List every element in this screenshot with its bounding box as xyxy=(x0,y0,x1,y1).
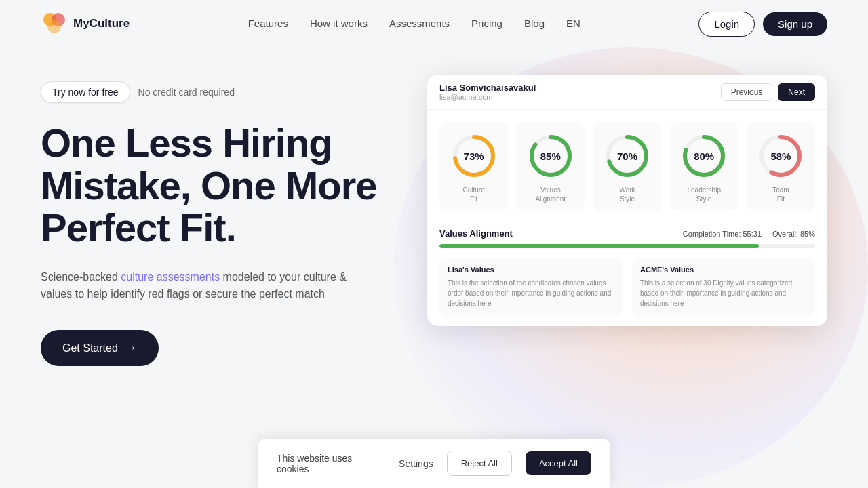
nav-features[interactable]: Features xyxy=(248,18,288,30)
values-bar-fill xyxy=(439,244,759,248)
gauge-item-4: 58% TeamFit xyxy=(747,122,815,211)
login-button[interactable]: Login xyxy=(698,12,755,37)
nav-how-it-works[interactable]: How it works xyxy=(310,18,368,30)
signup-button[interactable]: Sign up xyxy=(763,12,827,36)
gauge-item-1: 85% ValuesAlignment xyxy=(516,122,585,211)
gauge-circle-2: 70% xyxy=(603,131,652,180)
gauge-item-3: 80% LeadershipStyle xyxy=(670,122,738,211)
candidate-name: Lisa Somvichaisavakul xyxy=(439,83,536,93)
get-started-button[interactable]: Get Started → xyxy=(41,330,159,366)
values-columns: Lisa's Values This is the selection of t… xyxy=(439,258,815,317)
nav-blog[interactable]: Blog xyxy=(524,18,545,30)
gauges-row: 73% CultureFit 85% ValuesAlignment 70% W… xyxy=(427,110,827,220)
hero-title: One Less Hiring Mistake, One More Perfec… xyxy=(41,122,393,249)
accept-all-button[interactable]: Accept All xyxy=(526,451,591,475)
cookie-settings-button[interactable]: Settings xyxy=(399,458,433,469)
candidate-info: Lisa Somvichaisavakul lisa@acme.com xyxy=(439,83,536,101)
hero-section: Try now for free No credit card required… xyxy=(0,47,868,488)
dashboard-nav: Previous Next xyxy=(721,83,815,101)
logo[interactable]: MyCulture xyxy=(41,10,130,37)
completion-time: Completion Time: 55:31 xyxy=(683,230,762,238)
gauge-label-0: CultureFit xyxy=(462,186,484,203)
values-section: Values Alignment Completion Time: 55:31 … xyxy=(427,220,827,326)
gauge-label-2: WorkStyle xyxy=(619,186,635,203)
gauge-circle-1: 85% xyxy=(526,131,575,180)
brand-name: MyCulture xyxy=(73,17,130,30)
gauge-percent-2: 70% xyxy=(617,150,637,162)
acmes-values-col: ACME's Values This is a selection of 30 … xyxy=(632,258,815,317)
gauge-label-3: LeadershipStyle xyxy=(687,186,720,203)
gauge-item-2: 70% WorkStyle xyxy=(593,122,661,211)
nav-actions: Login Sign up xyxy=(698,12,827,37)
gauge-percent-0: 73% xyxy=(464,150,484,162)
dashboard-preview: Lisa Somvichaisavakul lisa@acme.com Prev… xyxy=(427,75,827,326)
nav-pricing[interactable]: Pricing xyxy=(471,18,502,30)
nav-links: Features How it works Assessments Pricin… xyxy=(248,18,580,30)
gauge-label-1: ValuesAlignment xyxy=(536,186,566,203)
lisas-values-desc: This is the selection of the candidates … xyxy=(448,278,614,308)
navbar: MyCulture Features How it works Assessme… xyxy=(0,0,868,47)
gauge-percent-3: 80% xyxy=(694,150,714,162)
gauge-circle-0: 73% xyxy=(450,131,498,180)
hero-desc-highlight: culture assessments xyxy=(121,271,220,283)
no-credit-card-text: No credit card required xyxy=(138,87,235,98)
gauge-percent-4: 58% xyxy=(770,150,791,162)
cookie-banner: This website uses cookies Settings Rejec… xyxy=(258,439,610,488)
hero-description: Science-backed culture assessments model… xyxy=(41,268,353,303)
nav-lang[interactable]: EN xyxy=(566,18,580,30)
cookie-text: This website uses cookies xyxy=(277,453,385,474)
hero-desc-before: Science-backed xyxy=(41,271,121,283)
acmes-values-desc: This is a selection of 30 Dignity values… xyxy=(640,278,807,308)
acmes-values-title: ACME's Values xyxy=(640,266,807,274)
values-bar xyxy=(439,244,815,248)
get-started-label: Get Started xyxy=(62,342,118,354)
logo-icon xyxy=(41,10,68,37)
hero-content: Try now for free No credit card required… xyxy=(41,68,393,488)
svg-point-2 xyxy=(47,20,61,33)
gauge-circle-4: 58% xyxy=(756,131,805,180)
gauge-label-4: TeamFit xyxy=(772,186,789,203)
values-title: Values Alignment xyxy=(439,228,513,239)
overall-score: Overall: 85% xyxy=(772,230,815,238)
gauge-percent-1: 85% xyxy=(540,150,561,162)
lisas-values-title: Lisa's Values xyxy=(448,266,614,274)
values-stats: Completion Time: 55:31 Overall: 85% xyxy=(683,230,815,238)
gauge-circle-3: 80% xyxy=(679,131,728,180)
arrow-icon: → xyxy=(125,341,137,355)
values-header: Values Alignment Completion Time: 55:31 … xyxy=(439,228,815,239)
hero-visual: Lisa Somvichaisavakul lisa@acme.com Prev… xyxy=(393,68,827,488)
try-badge-pill: Try now for free xyxy=(41,81,130,103)
try-badge: Try now for free No credit card required xyxy=(41,81,393,103)
lisas-values-col: Lisa's Values This is the selection of t… xyxy=(439,258,623,317)
nav-assessments[interactable]: Assessments xyxy=(389,18,450,30)
gauge-item-0: 73% CultureFit xyxy=(439,122,508,211)
candidate-email: lisa@acme.com xyxy=(439,93,536,101)
prev-button[interactable]: Previous xyxy=(721,83,773,101)
reject-all-button[interactable]: Reject All xyxy=(447,451,512,476)
next-button[interactable]: Next xyxy=(778,83,815,101)
dashboard-header: Lisa Somvichaisavakul lisa@acme.com Prev… xyxy=(427,75,827,110)
